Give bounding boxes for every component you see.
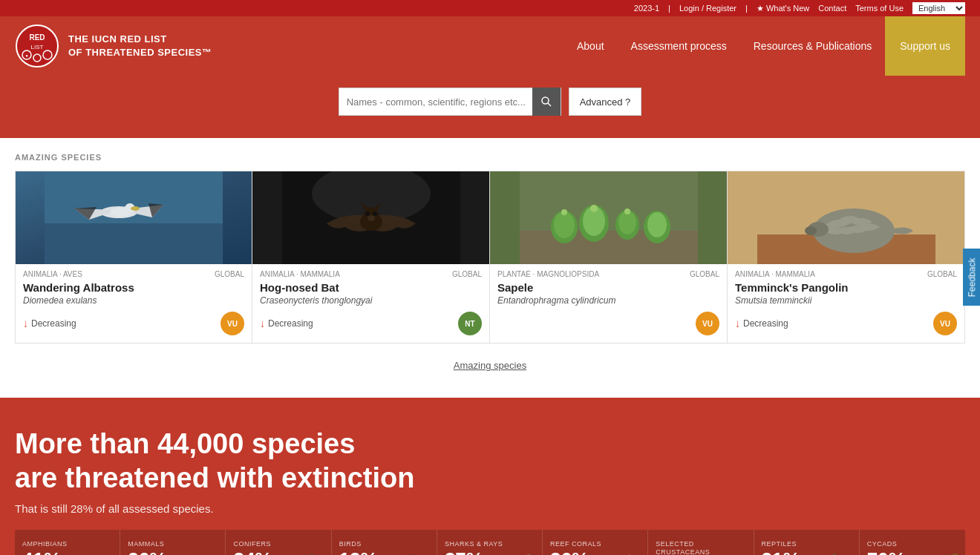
species-card-pangolin: ANIMALIA · MAMMALIA GLOBAL Temminck's Pa… [728, 171, 965, 344]
svg-line-8 [548, 103, 551, 106]
separator: | [668, 4, 670, 13]
star-icon: ★ [757, 4, 764, 13]
trend-arrow-pangolin-icon: ↓ [735, 318, 740, 329]
svg-point-25 [365, 211, 370, 216]
species-name-albatross: Wandering Albatross [23, 281, 244, 294]
species-card-bat: ANIMALIA · MAMMALIA GLOBAL Hog-nosed Bat… [252, 171, 490, 344]
svg-point-16 [131, 206, 140, 211]
species-info-sapele: PLANTAE · MAGNOLIOPSIDA GLOBAL Sapele En… [490, 264, 727, 343]
kingdom-albatross: ANIMALIA · AVES [23, 270, 82, 278]
search-input[interactable] [339, 96, 532, 108]
stat-amphibians: AMPHIBIANS 41% 🐸 [15, 530, 120, 555]
headline1: More than 44,000 species are threatened … [15, 427, 965, 495]
feedback-tab[interactable]: Feedback [964, 249, 980, 306]
species-grid: ANIMALIA · AVES GLOBAL Wandering Albatro… [15, 171, 965, 344]
logo-text: THE IUCN RED LIST OF THREATENED SPECIES™ [68, 33, 212, 59]
trend-arrow-bat-icon: ↓ [260, 318, 265, 329]
svg-point-39 [590, 205, 598, 212]
svg-rect-29 [520, 231, 698, 264]
stats-grid: AMPHIBIANS 41% 🐸 MAMMALS 26% 🐆 CONIFERS … [15, 530, 965, 555]
whats-new-link[interactable]: ★ What's New [757, 4, 809, 13]
svg-point-31 [554, 211, 575, 238]
svg-point-27 [368, 215, 375, 221]
kingdom-bat: ANIMALIA · MAMMALIA [260, 270, 340, 278]
scope-sapele: GLOBAL [690, 270, 719, 278]
status-badge-sapele: VU [696, 312, 719, 335]
species-name-pangolin: Temminck's Pangolin [735, 281, 957, 294]
species-card-albatross: ANIMALIA · AVES GLOBAL Wandering Albatro… [15, 171, 252, 344]
status-row-bat: ↓ Decreasing NT [260, 312, 482, 335]
svg-point-7 [542, 97, 549, 104]
trend-bat: ↓ Decreasing [260, 318, 313, 329]
year-label: 2023-1 [634, 4, 659, 13]
trend-arrow-icon: ↓ [23, 318, 28, 329]
species-image-albatross [16, 171, 252, 264]
species-sci-sapele: Entandrophragma cylindricum [497, 295, 719, 306]
language-select[interactable]: English Français Español [912, 2, 965, 14]
species-info-pangolin: ANIMALIA · MAMMALIA GLOBAL Temminck's Pa… [728, 264, 964, 343]
stat-sharks: SHARKS & RAYS 37% 🦈 [437, 530, 543, 555]
amazing-link: Amazing species [15, 355, 965, 383]
species-card-sapele: PLANTAE · MAGNOLIOPSIDA GLOBAL Sapele En… [490, 171, 728, 344]
main-content: AMAZING SPECIES [0, 138, 980, 398]
status-row-sapele: VU [497, 312, 719, 335]
advanced-button[interactable]: Advanced ? [569, 88, 642, 116]
logo-icon: RED LIST ● [15, 24, 59, 68]
kingdom-pangolin: ANIMALIA · MAMMALIA [735, 270, 815, 278]
terms-link[interactable]: Terms of Use [855, 4, 904, 13]
species-info-albatross: ANIMALIA · AVES GLOBAL Wandering Albatro… [16, 264, 252, 343]
stat-conifers: CONIFERS 34% 🌲 [226, 530, 331, 555]
stat-reptiles: REPTILES 21% 🦎 [754, 530, 860, 555]
species-sci-albatross: Diomedea exulans [23, 295, 244, 306]
search-area: Advanced ? [0, 76, 980, 138]
svg-text:LIST: LIST [31, 44, 44, 50]
nav-about[interactable]: About [564, 16, 618, 76]
contact-link[interactable]: Contact [818, 4, 846, 13]
svg-text:RED: RED [29, 33, 45, 42]
svg-rect-10 [45, 223, 223, 264]
status-badge-pangolin: VU [933, 312, 957, 335]
species-image-bat [252, 171, 489, 264]
status-badge-albatross: VU [220, 312, 244, 335]
search-button[interactable] [532, 88, 561, 116]
stat-reef: REEF CORALS 36% 🪸 [543, 530, 648, 555]
svg-point-45 [805, 226, 817, 235]
species-image-pangolin [728, 171, 964, 264]
separator: | [745, 4, 748, 13]
nav-support[interactable]: Support us [885, 16, 965, 76]
trend-albatross: ↓ Decreasing [23, 318, 76, 329]
svg-point-38 [561, 209, 567, 215]
species-info-bat: ANIMALIA · MAMMALIA GLOBAL Hog-nosed Bat… [252, 264, 489, 343]
species-image-sapele [490, 171, 727, 264]
trend-pangolin: ↓ Decreasing [735, 318, 788, 329]
main-nav: About Assessment process Resources & Pub… [564, 16, 965, 76]
stat-mammals: MAMMALS 26% 🐆 [120, 530, 226, 555]
status-row-pangolin: ↓ Decreasing VU [735, 312, 957, 335]
top-bar: 2023-1 | Login / Register | ★ What's New… [0, 0, 980, 16]
stat-birds: BIRDS 12% 🦅 [332, 530, 437, 555]
species-name-bat: Hog-nosed Bat [260, 281, 482, 294]
section-label: AMAZING SPECIES [15, 153, 965, 162]
stat-cycads: CYCADS 70% 🌿 [860, 530, 965, 555]
scope-bat: GLOBAL [452, 270, 482, 278]
kingdom-sapele: PLANTAE · MAGNOLIOPSIDA [497, 270, 599, 278]
scope-albatross: GLOBAL [215, 270, 244, 278]
nav-resources[interactable]: Resources & Publications [740, 16, 886, 76]
svg-point-37 [647, 212, 667, 237]
nav-assessment[interactable]: Assessment process [618, 16, 740, 76]
search-box [339, 88, 561, 116]
logo-area: RED LIST ● THE IUCN RED LIST OF THREATEN… [15, 24, 212, 68]
sub-text: That is still 28% of all assessed specie… [15, 502, 965, 515]
site-header: RED LIST ● THE IUCN RED LIST OF THREATEN… [0, 16, 980, 76]
login-link[interactable]: Login / Register [679, 4, 736, 13]
svg-point-40 [624, 208, 630, 214]
species-sci-pangolin: Smutsia temminckii [735, 295, 957, 306]
amazing-species-link[interactable]: Amazing species [454, 360, 526, 371]
species-name-sapele: Sapele [497, 281, 719, 294]
stat-crustaceans: SELECTED CRUSTACEANS 28% 🦀 [648, 530, 754, 555]
svg-point-26 [373, 211, 377, 216]
red-section: More than 44,000 species are threatened … [0, 398, 980, 555]
scope-pangolin: GLOBAL [927, 270, 957, 278]
status-badge-bat: NT [458, 312, 482, 335]
svg-text:●: ● [25, 53, 28, 58]
